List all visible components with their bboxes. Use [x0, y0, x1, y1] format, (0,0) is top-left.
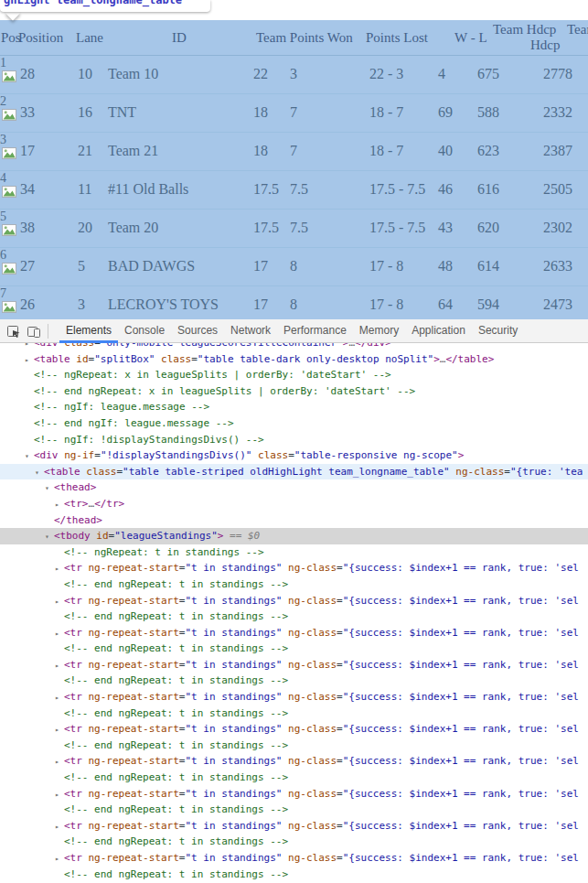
- code-token: == $0: [223, 530, 260, 542]
- code-line[interactable]: <!-- end ngRepeat: t in standings -->: [0, 738, 588, 754]
- tab-security[interactable]: Security: [472, 319, 524, 342]
- code-line[interactable]: ▾<tbody id="leagueStandings"> == $0: [0, 528, 588, 544]
- code-line[interactable]: ▸<tr ng-repeat-start="t in standings" ng…: [0, 753, 588, 770]
- table-row[interactable]: 53820Team 2017.57.517.5 - 7.5436202302: [0, 210, 588, 248]
- table-row[interactable]: 43411#11 Old Balls17.57.517.5 - 7.546616…: [0, 171, 588, 210]
- expand-arrow-icon[interactable]: ▸: [55, 754, 64, 770]
- code-line[interactable]: <!-- end ngIf: league.message -->: [0, 415, 588, 432]
- code-token: <!-- end ngRepeat: t in standings -->: [64, 674, 288, 686]
- tab-elements[interactable]: Elements: [59, 319, 118, 342]
- code-line[interactable]: <!-- end ngRepeat: t in standings -->: [0, 576, 588, 593]
- code-line[interactable]: ▸<tr ng-repeat-start="t in standings" ng…: [0, 689, 588, 705]
- header-id: ID: [172, 30, 187, 46]
- code-line[interactable]: <!-- ngRepeat: x in leagueSplits | order…: [0, 367, 588, 383]
- code-line[interactable]: <!-- end ngRepeat: t in standings -->: [0, 834, 588, 850]
- code-token: "table-responsive ng-scope": [294, 449, 458, 461]
- code-token: ng-class: [288, 852, 337, 864]
- code-line[interactable]: ▸<table id="splitBox" class="table table…: [0, 351, 588, 368]
- inspect-icon[interactable]: [5, 323, 22, 339]
- table-row[interactable]: 6275BAD DAWGS17817 - 8486142633: [0, 248, 588, 286]
- code-line[interactable]: ▸<tr ng-repeat-start="t in standings" ng…: [0, 593, 588, 609]
- expand-arrow-icon[interactable]: ▾: [35, 465, 44, 480]
- expand-arrow-icon[interactable]: ▸: [25, 343, 34, 351]
- cell-position: 28: [20, 66, 35, 82]
- code-line[interactable]: ▸<div class="only-mobile leagueScoresTit…: [0, 343, 588, 351]
- table-row[interactable]: 12810Team 1022322 - 346752778: [0, 56, 588, 94]
- code-token: <!-- end ngIf: league.message -->: [34, 417, 234, 429]
- code-token: "t in standings": [185, 723, 282, 735]
- expand-arrow-icon[interactable]: ▸: [55, 626, 64, 641]
- expand-arrow-icon[interactable]: ▾: [45, 480, 54, 496]
- cell-team-hdcp: 614: [477, 258, 499, 275]
- expand-arrow-icon[interactable]: ▸: [55, 658, 64, 673]
- cell-position: 17: [20, 143, 35, 159]
- code-line[interactable]: ▾<table class="table table-striped oldHi…: [0, 464, 588, 480]
- code-token: <!-- end ngRepeat: t in standings -->: [64, 868, 288, 880]
- code-line[interactable]: ▸<tr>…</tr>: [0, 496, 588, 512]
- tab-memory[interactable]: Memory: [353, 319, 405, 342]
- code-line[interactable]: <!-- end ngRepeat: t in standings -->: [0, 641, 588, 657]
- arrow-spacer: [55, 802, 64, 818]
- code-line[interactable]: ▸<tr ng-repeat-start="t in standings" ng…: [0, 657, 588, 673]
- code-token: "{success: $index+1 == rank, true: 'sel: [343, 820, 579, 832]
- code-line[interactable]: <!-- end ngRepeat: t in standings -->: [0, 705, 588, 722]
- cell-team-id: Team 21: [108, 143, 158, 159]
- tab-performance[interactable]: Performance: [277, 319, 353, 342]
- cell-points-lost: 7.5: [290, 220, 308, 236]
- expand-arrow-icon[interactable]: ▾: [45, 529, 54, 544]
- code-line[interactable]: <!-- ngIf: !displayStandingsDivs() -->: [0, 432, 588, 448]
- code-line[interactable]: ▸<tr ng-repeat-start="t in standings" ng…: [0, 818, 588, 835]
- code-line[interactable]: <!-- end ngRepeat: t in standings -->: [0, 770, 588, 786]
- code-line[interactable]: ▾<div ng-if="!displayStandingsDivs()" cl…: [0, 447, 588, 464]
- expand-arrow-icon[interactable]: ▸: [55, 851, 64, 867]
- code-line[interactable]: ▸<tr ng-repeat-start="t in standings" ng…: [0, 786, 588, 802]
- code-line[interactable]: <!-- end ngRepeat: t in standings -->: [0, 867, 588, 883]
- expand-arrow-icon[interactable]: ▸: [55, 497, 64, 512]
- code-line[interactable]: ▸<tr ng-repeat-start="t in standings" ng…: [0, 850, 588, 867]
- row-number: 7: [0, 286, 6, 301]
- code-line[interactable]: <!-- end ngRepeat: t in standings -->: [0, 673, 588, 689]
- code-line[interactable]: <!-- end ngRepeat: x in leagueSplits | o…: [0, 383, 588, 400]
- tab-sources[interactable]: Sources: [171, 319, 224, 342]
- header-hdcp: Hdcp: [530, 38, 561, 53]
- code-line[interactable]: <!-- end ngRepeat: t in standings -->: [0, 608, 588, 625]
- code-token: "t in standings": [185, 691, 282, 703]
- expand-arrow-icon[interactable]: ▾: [25, 448, 34, 464]
- expand-arrow-icon[interactable]: ▸: [55, 787, 64, 802]
- expand-arrow-icon[interactable]: ▸: [55, 561, 64, 576]
- table-row[interactable]: 23316TNT18718 - 7695882332: [0, 94, 588, 133]
- cell-col-8: 40: [438, 143, 453, 159]
- code-token: =: [191, 353, 198, 365]
- expand-arrow-icon[interactable]: ▸: [25, 352, 34, 368]
- expand-arrow-icon[interactable]: ▸: [55, 690, 64, 705]
- cell-w-l: 22 - 3: [369, 66, 403, 82]
- code-token: =: [504, 466, 510, 478]
- tab-network[interactable]: Network: [224, 319, 277, 342]
- code-line[interactable]: ▾<thead>: [0, 479, 588, 496]
- arrow-spacer: [25, 433, 34, 448]
- table-row[interactable]: 31721Team 2118718 - 7406232387: [0, 133, 588, 171]
- expand-arrow-icon[interactable]: ▸: [55, 722, 64, 738]
- expand-arrow-icon[interactable]: ▸: [55, 819, 64, 835]
- code-line[interactable]: </thead>: [0, 512, 588, 529]
- code-line[interactable]: ▸<tr ng-repeat-start="t in standings" ng…: [0, 560, 588, 576]
- code-line[interactable]: ▸<tr ng-repeat-start="t in standings" ng…: [0, 721, 588, 738]
- cell-points-won: 17.5: [253, 220, 279, 236]
- expand-arrow-icon[interactable]: ▸: [55, 594, 64, 609]
- tab-application[interactable]: Application: [405, 319, 472, 342]
- code-line[interactable]: <!-- ngIf: league.message -->: [0, 399, 588, 415]
- tab-console[interactable]: Console: [118, 319, 171, 342]
- code-token: </tr>: [94, 498, 124, 510]
- code-token: </table>: [445, 353, 494, 365]
- code-line[interactable]: <!-- end ngRepeat: t in standings -->: [0, 802, 588, 818]
- code-line[interactable]: ▸<tr ng-repeat-start="t in standings" ng…: [0, 625, 588, 641]
- code-token: ng-class: [288, 723, 337, 735]
- inspect-tooltip-text: ghLight team_longname_table: [4, 0, 210, 6]
- device-toolbar-icon[interactable]: [26, 323, 42, 339]
- code-token: >: [458, 449, 465, 461]
- code-token: ng-repeat-start: [89, 852, 179, 864]
- code-line[interactable]: <!-- ngRepeat: t in standings -->: [0, 544, 588, 561]
- cell-position: 27: [20, 258, 35, 275]
- inspect-tooltip: ghLight team_longname_table: [0, 0, 210, 12]
- code-token: =: [337, 595, 343, 607]
